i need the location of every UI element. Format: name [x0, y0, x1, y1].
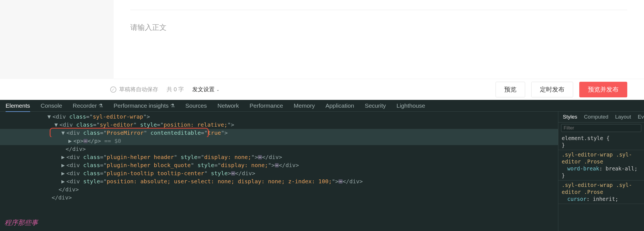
devtools-tabs: Elements Console Recorder ⚗ Performance … — [0, 100, 644, 112]
dom-node[interactable]: ▶<div class="plugin-helper header" style… — [0, 153, 558, 161]
sidebar-panel — [0, 0, 114, 79]
watermark-text: 程序那些事 — [4, 218, 38, 227]
ellipsis-icon: ⋯ — [338, 179, 342, 184]
tab-memory[interactable]: Memory — [294, 102, 315, 109]
dom-node[interactable]: ▶<div class="plugin-tooltip tooltip-cent… — [0, 169, 558, 177]
editor-area[interactable]: 请输入正文 — [114, 0, 644, 79]
dom-tree[interactable]: ▼<div class="syl-editor-wrap"> ▼<div cla… — [0, 112, 558, 231]
styles-filter-input[interactable] — [561, 124, 641, 132]
preview-and-publish-button[interactable]: 预览并发布 — [579, 82, 627, 97]
tab-recorder[interactable]: Recorder ⚗ — [73, 102, 103, 109]
preview-button[interactable]: 预览 — [496, 82, 525, 97]
dom-node[interactable]: </div> — [0, 194, 558, 202]
ellipsis-icon: ⋯ — [231, 171, 235, 175]
dom-node[interactable]: ▼<div class="syl-editor" style="position… — [0, 121, 558, 129]
dom-node[interactable]: ▶<p>⋯</p> == $0 — [0, 137, 558, 145]
dom-node[interactable]: ▶<div style="position: absolute; user-se… — [0, 177, 558, 186]
styles-tab-styles[interactable]: Styles — [563, 114, 577, 120]
autosave-icon: ✓ — [110, 86, 116, 93]
styles-tab-event[interactable]: Event — [638, 114, 644, 120]
style-rule[interactable]: .syl-editor-wrap .syl-editor .Prose word… — [558, 150, 644, 181]
tab-application[interactable]: Application — [325, 102, 354, 109]
dom-node[interactable]: </div> — [0, 186, 558, 194]
flask-icon: ⚗ — [170, 103, 175, 109]
ellipsis-icon: ⋯ — [258, 155, 262, 159]
tab-security[interactable]: Security — [365, 102, 386, 109]
footer-toolbar: ✓ 草稿将自动保存 共 0 字 发文设置 ⌄ 预览 定时发布 预览并发布 — [0, 79, 644, 100]
settings-label: 发文设置 — [192, 86, 215, 93]
tab-console[interactable]: Console — [41, 102, 62, 109]
tab-performance-insights[interactable]: Performance insights ⚗ — [114, 102, 175, 109]
divider — [130, 10, 627, 10]
dom-node-selected[interactable]: ▼<div class="ProseMirror" contenteditabl… — [0, 129, 558, 137]
tab-performance[interactable]: Performance — [249, 102, 283, 109]
styles-tab-layout[interactable]: Layout — [615, 114, 631, 120]
tab-network[interactable]: Network — [217, 102, 239, 109]
style-rule[interactable]: .syl-editor-wrap .syl-editor .Prose curs… — [558, 181, 644, 204]
dom-node[interactable]: </div> — [0, 145, 558, 153]
chevron-down-icon: ⌄ — [216, 87, 220, 92]
style-rule[interactable]: element.style { } — [558, 134, 644, 150]
editor-placeholder: 请输入正文 — [130, 23, 627, 32]
flask-icon: ⚗ — [98, 103, 103, 109]
styles-tab-computed[interactable]: Computed — [584, 114, 609, 120]
tab-elements[interactable]: Elements — [6, 102, 30, 112]
devtools-panel: Elements Console Recorder ⚗ Performance … — [0, 100, 644, 231]
dom-node[interactable]: ▶<div class="plugin-helper block_quote" … — [0, 161, 558, 169]
wordcount-label: 共 0 字 — [167, 86, 184, 93]
post-settings-link[interactable]: 发文设置 ⌄ — [192, 86, 220, 93]
autosave-label: 草稿将自动保存 — [119, 86, 158, 93]
ellipsis-icon: ⋯ — [83, 139, 87, 143]
schedule-publish-button[interactable]: 定时发布 — [531, 82, 573, 97]
styles-panel: Styles Computed Layout Event element.sty… — [558, 112, 644, 231]
ellipsis-icon: ⋯ — [275, 163, 279, 167]
tab-sources[interactable]: Sources — [185, 102, 207, 109]
dom-node[interactable]: ▼<div class="syl-editor-wrap"> — [0, 113, 558, 121]
tab-lighthouse[interactable]: Lighthouse — [397, 102, 425, 109]
